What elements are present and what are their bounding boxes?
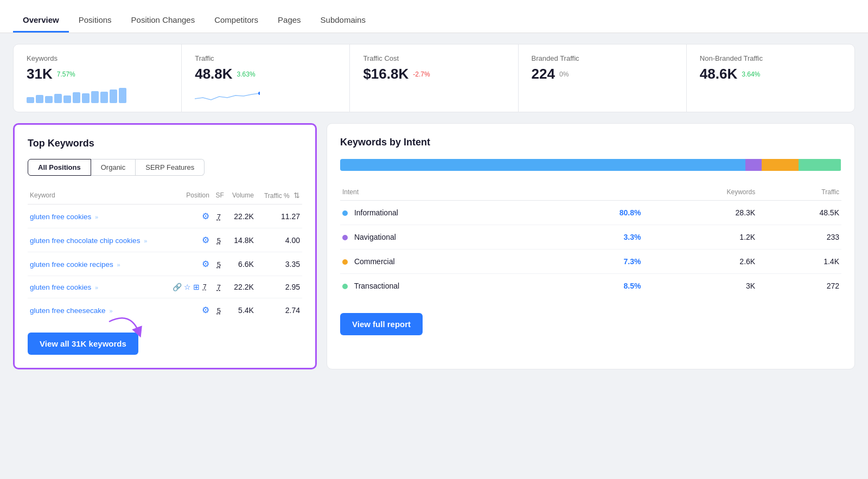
filter-organic[interactable]: Organic (91, 159, 136, 176)
pct-cell-2: 4.00 (256, 228, 302, 252)
col-traffic: Traffic (757, 184, 841, 201)
metric-branded-label: Branded Traffic (532, 54, 673, 62)
pct-cell-5: 2.74 (256, 298, 302, 322)
kw-link-4[interactable]: gluten free cookies » (30, 283, 98, 291)
filter-all-positions[interactable]: All Positions (28, 159, 91, 176)
bar-navigational (745, 159, 762, 171)
intent-traffic-1: 48.5K (757, 201, 841, 225)
kw-link-2[interactable]: gluten free chocolate chip cookies » (30, 237, 147, 245)
bar-8 (91, 91, 99, 103)
vol-cell-2: 14.8K (226, 228, 256, 252)
table-row: gluten free chocolate chip cookies » ⚙ 5… (28, 228, 302, 252)
tab-subdomains[interactable]: Subdomains (311, 9, 375, 33)
metric-keywords-value: 31K 7.57% (27, 66, 168, 82)
view-report-button[interactable]: View full report (340, 313, 423, 335)
main-content: Top Keywords All Positions Organic SERP … (13, 123, 855, 369)
intent-traffic-2: 233 (757, 225, 841, 250)
tab-competitors[interactable]: Competitors (205, 9, 268, 33)
main-nav: Overview Positions Position Changes Comp… (0, 0, 868, 33)
vol-cell-4: 22.2K (226, 276, 256, 298)
metric-traffic-cost: Traffic Cost $16.8K -2.7% (350, 44, 518, 112)
tab-pages[interactable]: Pages (268, 9, 311, 33)
metric-branded-traffic: Branded Traffic 224 0% (519, 44, 687, 112)
intent-label-2: Navigational (340, 225, 553, 250)
filter-serp-features[interactable]: SERP Features (136, 159, 205, 176)
metric-non-branded-value: 48.6K 3.64% (700, 66, 841, 82)
intent-panel-title: Keywords by Intent (340, 137, 841, 148)
kw-cell-5: gluten free cheesecake » (28, 298, 168, 322)
chevron-icon: » (144, 238, 147, 244)
kw-link-1[interactable]: gluten free cookies » (30, 213, 98, 221)
intent-kw-4: 3K (643, 274, 757, 298)
bar-informational (340, 159, 745, 171)
table-row: gluten free cheesecake » ⚙ 5 5.4K 2.74 (28, 298, 302, 322)
metric-traffic-cost-change: -2.7% (413, 71, 430, 78)
pos-cell-5: ⚙ (168, 298, 212, 322)
pos-cell-2: ⚙ (168, 228, 212, 252)
top-keywords-title: Top Keywords (28, 138, 302, 149)
intent-kw-2: 1.2K (643, 225, 757, 250)
intent-pct-1: 80.8% (553, 201, 643, 225)
table-row: gluten free cookies » 🔗 ☆ ⊞ 7 (28, 276, 302, 298)
metric-keywords: Keywords 31K 7.57% (14, 44, 182, 112)
serp-icon-5: ⚙ (202, 305, 209, 315)
kw-link-3[interactable]: gluten free cookie recipes » (30, 260, 120, 269)
sf-cell-3: 5 (212, 252, 226, 276)
kw-cell-1: gluten free cookies » (28, 205, 168, 228)
col-intent: Intent (340, 184, 553, 201)
chevron-icon: » (95, 214, 98, 220)
metric-keywords-change: 7.57% (57, 71, 75, 78)
metric-keywords-label: Keywords (27, 54, 168, 62)
intent-pct-4: 8.5% (553, 274, 643, 298)
keywords-table: Keyword Position SF Volume Traffic % ⇅ (28, 187, 302, 322)
pct-cell-1: 11.27 (256, 205, 302, 228)
kw-link-5[interactable]: gluten free cheesecake » (30, 306, 113, 315)
sf-cell-5: 5 (212, 298, 226, 322)
view-all-wrapper: View all 31K keywords (28, 322, 138, 355)
bar-transactional (799, 159, 841, 171)
metric-traffic-cost-label: Traffic Cost (363, 54, 505, 62)
keywords-sparkbar (27, 88, 168, 103)
bar-4 (54, 94, 62, 103)
bar-3 (45, 96, 53, 103)
pct-cell-4: 2.95 (256, 276, 302, 298)
col-keyword: Keyword (28, 187, 168, 205)
image-icon: ⊞ (193, 283, 200, 291)
pos-cell-3: ⚙ (168, 252, 212, 276)
pct-cell-3: 3.35 (256, 252, 302, 276)
metric-non-branded-change: 3.64% (742, 71, 760, 78)
tab-positions[interactable]: Positions (69, 9, 122, 33)
bar-7 (82, 93, 90, 103)
traffic-filter-icon[interactable]: ⇅ (293, 191, 300, 200)
bar-6 (73, 92, 80, 103)
intent-dot-1 (342, 210, 348, 216)
tab-overview[interactable]: Overview (13, 9, 69, 33)
view-all-button[interactable]: View all 31K keywords (28, 333, 138, 355)
list-item: Navigational 3.3% 1.2K 233 (340, 225, 841, 250)
intent-dot-3 (342, 259, 348, 265)
metric-non-branded: Non-Branded Traffic 48.6K 3.64% (687, 44, 854, 112)
intent-stacked-bar (340, 159, 841, 171)
bar-11 (119, 88, 126, 103)
kw-cell-3: gluten free cookie recipes » (28, 252, 168, 276)
list-item: Commercial 7.3% 2.6K 1.4K (340, 250, 841, 274)
col-traffic-pct: Traffic % ⇅ (256, 187, 302, 205)
sf-cell-2: 5 (212, 228, 226, 252)
intent-table: Intent Keywords Traffic Informational 80… (340, 184, 841, 298)
intent-traffic-3: 1.4K (757, 250, 841, 274)
bar-commercial (762, 159, 798, 171)
svg-point-0 (258, 92, 260, 95)
intent-kw-1: 28.3K (643, 201, 757, 225)
top-keywords-panel: Top Keywords All Positions Organic SERP … (13, 123, 317, 369)
metric-traffic: Traffic 48.8K 3.63% (182, 44, 350, 112)
intent-pct-3: 7.3% (553, 250, 643, 274)
intent-traffic-4: 272 (757, 274, 841, 298)
bar-5 (63, 95, 71, 103)
tab-position-changes[interactable]: Position Changes (122, 9, 205, 33)
table-row: gluten free cookie recipes » ⚙ 5 6.6K 3.… (28, 252, 302, 276)
serp-icon-2: ⚙ (202, 235, 209, 245)
serp-icons-row: 🔗 ☆ ⊞ 7 (170, 283, 209, 291)
metric-traffic-cost-value: $16.8K -2.7% (363, 66, 505, 82)
intent-pct-2: 3.3% (553, 225, 643, 250)
chevron-icon: » (109, 308, 112, 314)
